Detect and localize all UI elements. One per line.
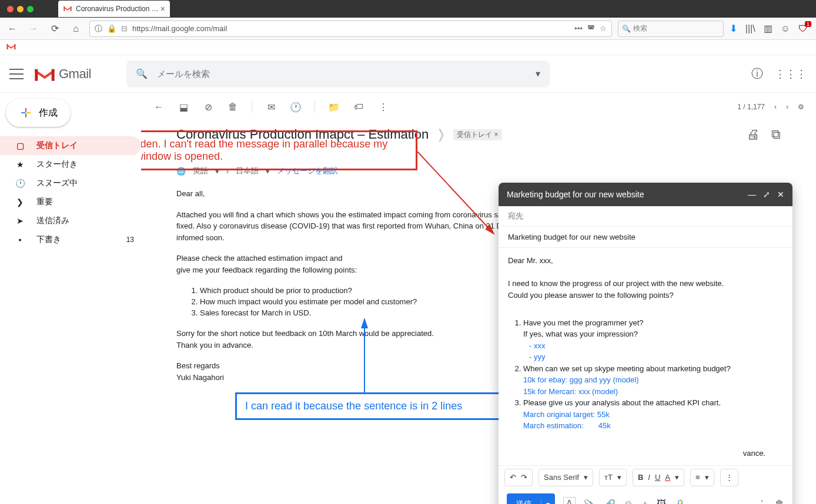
back-icon[interactable]: ← — [153, 102, 165, 112]
draft-icon: ▪ — [14, 235, 26, 244]
sidebar-item-sent[interactable]: ➤送信済み — [0, 211, 141, 230]
next-icon[interactable]: › — [786, 103, 788, 111]
minimize-icon[interactable]: — — [748, 190, 756, 199]
formatting-icon[interactable]: A — [563, 497, 576, 504]
redo-icon[interactable]: ↷ — [521, 473, 527, 482]
pocket-icon[interactable]: ◚ — [587, 24, 595, 33]
inbox-icon: ▢ — [14, 141, 26, 150]
emoji-icon[interactable]: ☺ — [624, 499, 633, 504]
help-icon[interactable]: ⓘ — [751, 66, 763, 82]
send-more-icon[interactable]: ▾ — [541, 500, 555, 505]
drive-icon[interactable]: △ — [641, 499, 648, 505]
meatball-icon[interactable]: ••• — [574, 24, 583, 33]
send-row: 送信 ▾ A 📎 🔗 ☺ △ 🖼 🔒 ⋮ 🗑 — [499, 489, 792, 504]
gmail-header: Gmail 🔍 ▾ ⓘ ⋮⋮⋮ — [0, 55, 816, 93]
label-icon[interactable]: 🏷 — [353, 102, 364, 112]
snooze-icon[interactable]: 🕐 — [290, 102, 302, 113]
delete-icon[interactable]: 🗑 — [227, 102, 239, 112]
browser-search-field[interactable]: 🔍 検索 — [618, 21, 724, 37]
menu-button[interactable] — [9, 67, 24, 81]
clock-icon: 🕐 — [14, 179, 26, 188]
sidebar-item-starred[interactable]: ★スター付き — [0, 155, 141, 174]
sidebar-item-drafts[interactable]: ▪下書き13 — [0, 230, 141, 249]
tab-title: Coronavirus Production Im… — [76, 5, 160, 13]
spam-icon[interactable]: ⊘ — [202, 102, 214, 113]
compose-body[interactable]: Dear Mr. xxx, I need to know the progres… — [499, 248, 792, 465]
svg-line-0 — [417, 152, 494, 234]
search-icon: 🔍 — [136, 68, 148, 79]
page-count: 1 / 1,177 — [737, 103, 765, 111]
send-button[interactable]: 送信 ▾ — [507, 493, 555, 504]
gmail-search-box[interactable]: 🔍 ▾ — [126, 61, 550, 88]
url-bar-row: ← → ⟳ ⌂ ⓘ 🔒 ⊟ https://mail.google.com/ma… — [0, 18, 816, 40]
italic-icon[interactable]: I — [648, 473, 650, 482]
link-icon[interactable]: 🔗 — [604, 499, 616, 505]
tab-bar: Coronavirus Production Im… × — [0, 0, 816, 18]
back-button[interactable]: ← — [5, 21, 20, 36]
annotation-red: It's hidden. I can't read the message in… — [141, 130, 417, 170]
search-input[interactable] — [157, 69, 536, 79]
gmail-logo[interactable]: Gmail — [33, 65, 91, 83]
archive-icon[interactable]: ⬓ — [178, 102, 189, 113]
print-icon[interactable]: 🖨 — [747, 127, 760, 142]
to-field[interactable]: 宛先 — [499, 206, 792, 227]
apps-icon[interactable]: ⋮⋮⋮ — [775, 68, 807, 80]
textcolor-icon[interactable]: A — [665, 473, 670, 482]
settings-icon[interactable]: ⚙ — [798, 103, 804, 111]
browser-chrome: Coronavirus Production Im… × ← → ⟳ ⌂ ⓘ 🔒… — [0, 0, 816, 40]
star-icon: ★ — [14, 160, 26, 169]
account-icon[interactable]: ☺ — [781, 23, 790, 34]
tab-close-icon[interactable]: × — [160, 4, 165, 14]
gmail-favicon — [63, 4, 72, 14]
forward-button: → — [26, 21, 41, 36]
compose-button[interactable]: 作成 — [6, 99, 71, 127]
content-area: ← ⬓ ⊘ 🗑 ✉ 🕐 📁 🏷 ⋮ 1 / 1,177 ‹ › ⚙ Corona… — [141, 93, 816, 504]
download-icon[interactable]: ⬇ — [730, 23, 737, 34]
format-toolbar: ↶ ↷ Sans Serif▾ тT▾ B I U A▾ ≡▾ — [499, 465, 792, 489]
url-field[interactable]: ⓘ 🔒 ⊟ https://mail.google.com/mail ••• ◚… — [89, 21, 612, 37]
attach-icon[interactable]: 📎 — [584, 499, 596, 505]
bold-icon[interactable]: B — [638, 473, 643, 482]
important-marker-icon[interactable]: ❭ — [436, 127, 446, 142]
sent-icon: ➤ — [14, 216, 26, 226]
compose-header[interactable]: Marketing budget for our new website — ⤢… — [499, 183, 792, 206]
compose-popup: Marketing budget for our new website — ⤢… — [499, 183, 792, 504]
format-more-icon[interactable]: ⋮ — [725, 473, 733, 482]
sidebar-item-inbox[interactable]: ▢受信トレイ — [0, 136, 141, 155]
more-icon[interactable]: ⋮ — [377, 102, 389, 113]
font-select[interactable]: Sans Serif — [544, 473, 579, 482]
confidential-icon[interactable]: 🔒 — [674, 499, 686, 505]
underline-icon[interactable]: U — [655, 473, 660, 482]
popout-icon[interactable]: ⧉ — [771, 127, 781, 142]
unread-icon[interactable]: ✉ — [265, 102, 277, 113]
ublock-icon[interactable]: 🛡1 — [798, 23, 808, 34]
gmail-bookmark-icon[interactable] — [6, 42, 16, 51]
window-controls[interactable] — [0, 6, 41, 12]
reader-icon[interactable]: ▥ — [764, 23, 772, 34]
moveto-icon[interactable]: 📁 — [328, 102, 340, 113]
email-toolbar: ← ⬓ ⊘ 🗑 ✉ 🕐 📁 🏷 ⋮ 1 / 1,177 ‹ › ⚙ — [141, 93, 816, 121]
label-chip[interactable]: 受信トレイ × — [453, 129, 501, 140]
fontsize-icon[interactable]: тT — [604, 473, 613, 482]
library-icon[interactable]: |||\ — [745, 23, 755, 34]
sidebar-item-snoozed[interactable]: 🕐スヌーズ中 — [0, 174, 141, 193]
sidebar-item-important[interactable]: ❯重要 — [0, 193, 141, 211]
fullscreen-icon[interactable]: ⤢ — [763, 190, 770, 199]
sidebar: 作成 ▢受信トレイ ★スター付き 🕐スヌーズ中 ❯重要 ➤送信済み ▪下書き13 — [0, 93, 141, 504]
prev-icon[interactable]: ‹ — [774, 103, 777, 111]
browser-tab[interactable]: Coronavirus Production Im… × — [58, 1, 170, 17]
align-icon[interactable]: ≡ — [695, 473, 700, 482]
close-icon[interactable]: ✕ — [777, 190, 784, 199]
undo-icon[interactable]: ↶ — [510, 473, 516, 482]
more-options-icon[interactable]: ⋮ — [757, 499, 767, 505]
annotation-blue: I can read it because the sentence is in… — [235, 392, 535, 420]
bookmark-icon[interactable]: ☆ — [600, 24, 607, 33]
image-icon[interactable]: 🖼 — [657, 499, 666, 504]
arrow-red — [417, 152, 506, 246]
search-dropdown-icon[interactable]: ▾ — [536, 68, 540, 79]
plus-icon — [19, 106, 33, 120]
subject-field[interactable]: Marketing budget for our new website — [499, 227, 792, 248]
discard-icon[interactable]: 🗑 — [775, 499, 784, 505]
reload-button[interactable]: ⟳ — [47, 21, 62, 36]
home-button[interactable]: ⌂ — [68, 21, 83, 36]
